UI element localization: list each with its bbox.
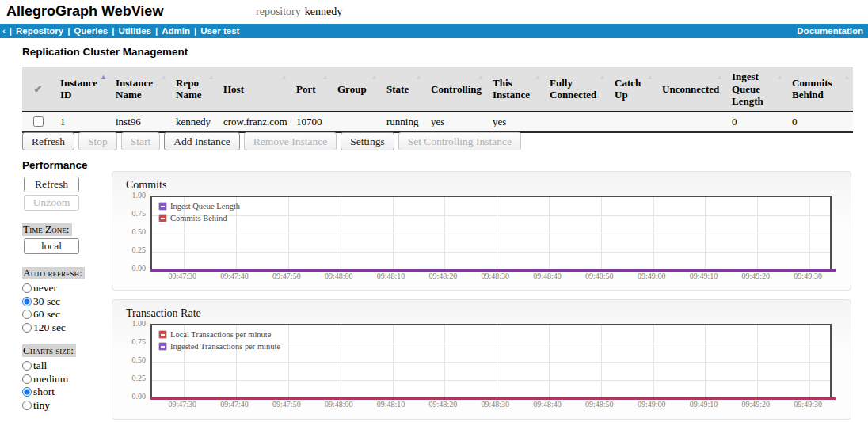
column-header-state[interactable]: State▲ — [380, 67, 424, 112]
column-header-this-instance[interactable]: This Instance▲ — [486, 67, 543, 112]
row-select-checkbox[interactable] — [33, 116, 44, 127]
sort-arrow-icon: ▲ — [160, 73, 167, 82]
y-tick-label: 0.75 — [120, 209, 146, 218]
radio-input-short[interactable] — [22, 387, 32, 397]
radio-input-medium[interactable] — [22, 374, 32, 384]
x-tick-label: 09:47:30 — [158, 400, 207, 409]
legend-swatch-icon — [158, 214, 167, 222]
chart-legend-item: Commits Behind — [158, 212, 240, 224]
nav-item-repository[interactable]: Repository — [16, 26, 63, 36]
page: AllegroGraph WebView repositorykennedy ‹… — [0, 0, 868, 422]
app-title: AllegroGraph WebView — [6, 3, 163, 20]
x-tick-label: 09:49:10 — [679, 400, 728, 409]
nav-item-user-test[interactable]: User test — [200, 26, 239, 36]
add-instance-button[interactable]: Add Instance — [164, 132, 240, 150]
nav-item-admin[interactable]: Admin — [162, 26, 190, 36]
y-tick-label: 0.00 — [120, 392, 146, 401]
y-tick-label: 0.25 — [120, 245, 146, 254]
sort-arrow-icon: ▲ — [207, 73, 215, 82]
column-header-label: Unconnected — [662, 83, 719, 95]
table-cell: running — [380, 112, 424, 132]
radio-option-short[interactable]: short — [22, 386, 109, 399]
plot-area[interactable]: Local Transactions per minuteIngested Tr… — [150, 324, 832, 400]
radio-input-30-sec[interactable] — [22, 297, 32, 306]
column-header-catch-up[interactable]: Catch Up▲ — [608, 67, 656, 112]
settings-button[interactable]: Settings — [341, 132, 394, 150]
column-header-label: Ingest Queue Length — [732, 70, 763, 107]
column-header-unconnected[interactable]: Unconnected▲ — [656, 67, 725, 112]
y-tick-label: 1.00 — [120, 319, 146, 328]
column-header-controlling[interactable]: Controlling▲ — [424, 67, 486, 112]
column-header-port[interactable]: Port▲ — [290, 67, 331, 112]
column-header-instance-name[interactable]: Instance Name▲ — [109, 67, 169, 112]
nav-item-utilities[interactable]: Utilities — [118, 26, 151, 36]
radio-label: never — [33, 282, 57, 295]
table-cell: 0 — [786, 112, 853, 132]
sort-arrow-icon: ▲ — [322, 73, 329, 82]
y-tick-label: 1.00 — [120, 191, 146, 200]
nav-back-link[interactable]: ‹ — [2, 26, 6, 36]
x-tick-label: 09:48:20 — [418, 400, 467, 409]
column-header-label: Repo Name — [176, 77, 202, 101]
nav-separator: | — [155, 26, 158, 36]
x-tick-label: 09:47:40 — [210, 400, 259, 409]
legend-swatch-icon — [158, 202, 167, 211]
column-header-commits-behind[interactable]: Commits Behind▲ — [786, 67, 853, 112]
column-header-group[interactable]: Group▲ — [331, 67, 380, 112]
radio-option-120-sec[interactable]: 120 sec — [22, 321, 109, 335]
column-header-host[interactable]: Host▲ — [217, 67, 290, 112]
column-header-label: Catch Up — [615, 77, 641, 101]
column-header-ingest-queue-length[interactable]: Ingest Queue Length▲ — [725, 67, 786, 112]
radio-option-tiny[interactable]: tiny — [22, 399, 109, 412]
x-tick-label: 09:48:30 — [470, 400, 520, 409]
radio-option-never[interactable]: never — [22, 282, 109, 295]
radio-label: 120 sec — [33, 321, 66, 334]
table-cell — [543, 112, 608, 132]
column-header-label: State — [386, 83, 409, 95]
column-header-label: Controlling — [431, 83, 482, 95]
column-header-instance-id[interactable]: Instance ID▲ — [54, 67, 109, 112]
radio-input-tiny[interactable] — [22, 401, 32, 410]
radio-option-tall[interactable]: tall — [22, 359, 109, 373]
table-cell: crow.franz.com — [217, 112, 290, 132]
x-tick-label: 09:49:10 — [679, 272, 728, 280]
radio-option-30-sec[interactable]: 30 sec — [22, 295, 109, 309]
column-header-fully-connected[interactable]: Fully Connected▲ — [543, 67, 608, 112]
x-tick-label: 09:49:20 — [731, 272, 780, 280]
radio-input-60-sec[interactable] — [22, 310, 32, 319]
y-tick-label: 0.25 — [120, 374, 146, 382]
refresh-button[interactable]: Refresh — [22, 132, 74, 150]
x-tick-label: 09:48:50 — [575, 272, 624, 280]
radio-label: medium — [33, 373, 68, 386]
table-cell — [608, 112, 656, 132]
radio-input-120-sec[interactable] — [22, 323, 32, 333]
radio-label: 60 sec — [33, 308, 60, 321]
legend-label: Commits Behind — [170, 214, 227, 222]
x-tick-label: 09:49:00 — [627, 272, 676, 280]
repository-label: repository — [256, 6, 301, 17]
column-header-label: Instance ID — [60, 77, 97, 101]
nav-item-queries[interactable]: Queries — [74, 26, 108, 36]
radio-input-never[interactable] — [22, 283, 32, 293]
table-row: 1inst96kennedycrow.franz.com10700running… — [22, 112, 853, 132]
remove-instance-button: Remove Instance — [244, 132, 337, 150]
x-tick-label: 09:49:30 — [783, 272, 832, 280]
table-cell: yes — [486, 112, 543, 132]
radio-option-60-sec[interactable]: 60 sec — [22, 308, 109, 321]
gridline-horizontal — [152, 380, 830, 381]
legend-swatch-icon — [158, 342, 167, 351]
table-cell — [656, 112, 725, 132]
column-header-repo-name[interactable]: Repo Name▲ — [169, 67, 217, 112]
refresh-button[interactable]: Refresh — [24, 177, 79, 192]
nav-separator: | — [194, 26, 196, 36]
stop-button: Stop — [78, 132, 117, 150]
radio-option-medium[interactable]: medium — [22, 373, 109, 386]
column-header-label: This Instance — [493, 77, 530, 101]
radio-input-tall[interactable] — [22, 361, 32, 371]
sort-arrow-icon: ▲ — [371, 73, 378, 82]
time-zone-button[interactable]: local — [24, 238, 79, 254]
column-header-label: Instance Name — [116, 77, 153, 101]
nav-documentation-link[interactable]: Documentation — [797, 26, 868, 36]
plot-area[interactable]: Ingest Queue LengthCommits Behind — [150, 196, 832, 272]
x-tick-label: 09:48:30 — [470, 272, 520, 280]
